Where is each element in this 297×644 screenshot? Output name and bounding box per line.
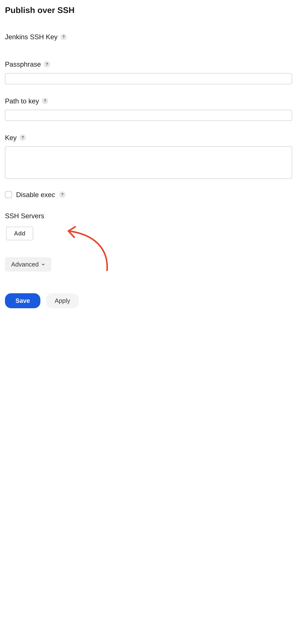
path-to-key-input[interactable]	[5, 110, 292, 121]
key-label: Key	[5, 133, 17, 142]
passphrase-label: Passphrase	[5, 60, 41, 69]
disable-exec-label: Disable exec	[16, 190, 55, 199]
section-title: Publish over SSH	[5, 5, 292, 16]
help-icon[interactable]: ?	[42, 98, 48, 104]
advanced-button[interactable]: Advanced	[5, 257, 51, 272]
passphrase-input[interactable]	[5, 73, 292, 84]
jenkins-ssh-key-label: Jenkins SSH Key	[5, 32, 58, 41]
help-icon[interactable]: ?	[60, 34, 67, 40]
arrow-annotation	[62, 224, 112, 274]
chevron-down-icon	[41, 261, 45, 268]
help-icon[interactable]: ?	[20, 134, 26, 141]
help-icon[interactable]: ?	[59, 192, 66, 198]
advanced-label: Advanced	[11, 261, 39, 268]
save-button[interactable]: Save	[5, 293, 40, 308]
disable-exec-checkbox[interactable]	[5, 191, 12, 198]
add-button[interactable]: Add	[6, 227, 33, 240]
help-icon[interactable]: ?	[44, 61, 50, 68]
apply-button[interactable]: Apply	[46, 293, 79, 308]
key-textarea[interactable]	[5, 146, 292, 179]
path-to-key-label: Path to key	[5, 96, 39, 106]
ssh-servers-label: SSH Servers	[5, 212, 292, 220]
